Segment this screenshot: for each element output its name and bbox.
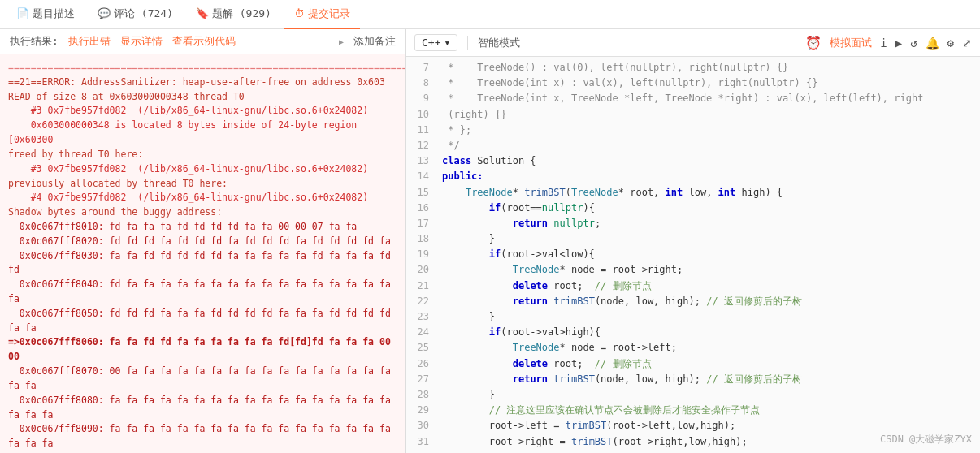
code-text: * TreeNode() : val(0), left(nullptr), ri…: [436, 57, 980, 453]
line-numbers: 7 8 9 10 11 12 13 14 15 16 17 18 19 20 2…: [406, 57, 436, 453]
btn-note[interactable]: 添加备注: [353, 34, 396, 49]
expand-icon[interactable]: ⤢: [962, 37, 972, 50]
ai-mode-label: 智能模式: [478, 36, 520, 50]
expand-icon: ▶: [339, 37, 344, 46]
lang-select[interactable]: C++ ▾: [414, 34, 457, 51]
tab-submissions[interactable]: ⏱ 提交记录: [284, 0, 360, 29]
tab-solutions[interactable]: 🔖 题解 (929): [186, 0, 281, 29]
error-output: ========================================…: [0, 54, 405, 453]
btn-error[interactable]: 执行出错: [68, 34, 111, 49]
code-editor[interactable]: 7 8 9 10 11 12 13 14 15 16 17 18 19 20 2…: [406, 57, 980, 453]
lang-label: C++: [422, 37, 440, 49]
settings-icon[interactable]: ⚙: [947, 37, 954, 50]
editor-topbar: C++ ▾ 智能模式 ⏰ 模拟面试 i ▶ ↺ 🔔 ⚙ ⤢: [406, 29, 980, 57]
tab-description[interactable]: 📄 题目描述: [7, 0, 85, 29]
result-label: 执行结果:: [10, 34, 59, 49]
toolbar: 执行结果: 执行出错 显示详情 查看示例代码 ▶ 添加备注: [0, 29, 405, 54]
simulate-btn[interactable]: 模拟面试: [830, 36, 872, 50]
ai-mode-toggle[interactable]: 智能模式: [478, 36, 520, 50]
top-nav: 📄 题目描述 💬 评论 (724) 🔖 题解 (929) ⏱ 提交记录: [0, 0, 980, 29]
btn-details[interactable]: 显示详情: [120, 34, 163, 49]
solutions-icon: 🔖: [196, 7, 209, 19]
alarm-icon: ⏰: [805, 35, 822, 50]
description-icon: 📄: [16, 7, 29, 19]
bell-icon[interactable]: 🔔: [926, 37, 939, 50]
btn-example[interactable]: 查看示例代码: [172, 34, 236, 49]
tab-comments[interactable]: 💬 评论 (724): [88, 0, 183, 29]
lang-dropdown-icon: ▾: [444, 37, 450, 49]
submissions-icon: ⏱: [294, 7, 305, 19]
run-icon[interactable]: ▶: [895, 37, 902, 50]
divider: [467, 36, 468, 50]
refresh-icon[interactable]: ↺: [910, 37, 917, 50]
info-icon[interactable]: i: [880, 37, 887, 50]
comments-icon: 💬: [98, 7, 111, 19]
